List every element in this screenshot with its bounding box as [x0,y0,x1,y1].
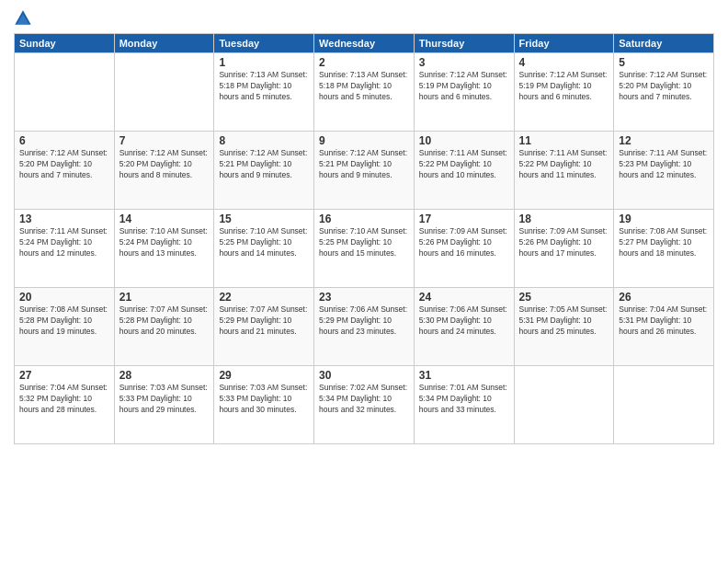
day-cell: 25Sunrise: 7:05 AM Sunset: 5:31 PM Dayli… [514,288,614,366]
day-info: Sunrise: 7:12 AM Sunset: 5:20 PM Dayligh… [619,70,709,103]
day-cell: 6Sunrise: 7:12 AM Sunset: 5:20 PM Daylig… [15,132,115,210]
day-number: 22 [219,291,309,304]
day-info: Sunrise: 7:03 AM Sunset: 5:33 PM Dayligh… [219,383,309,416]
page: SundayMondayTuesdayWednesdayThursdayFrid… [0,0,728,563]
day-cell [614,366,714,444]
day-cell: 15Sunrise: 7:10 AM Sunset: 5:25 PM Dayli… [214,210,314,288]
day-info: Sunrise: 7:11 AM Sunset: 5:24 PM Dayligh… [19,226,109,259]
day-cell [15,53,115,132]
day-info: Sunrise: 7:08 AM Sunset: 5:27 PM Dayligh… [619,226,709,259]
day-number: 12 [619,134,709,147]
day-number: 13 [19,213,109,225]
logo [14,9,35,28]
day-cell: 4Sunrise: 7:12 AM Sunset: 5:19 PM Daylig… [514,53,614,132]
day-info: Sunrise: 7:06 AM Sunset: 5:29 PM Dayligh… [319,304,409,338]
day-number: 11 [519,134,609,147]
day-number: 15 [219,213,309,225]
day-info: Sunrise: 7:05 AM Sunset: 5:31 PM Dayligh… [519,304,609,338]
day-number: 18 [519,213,609,225]
day-info: Sunrise: 7:04 AM Sunset: 5:32 PM Dayligh… [19,383,109,416]
day-number: 4 [519,56,609,69]
day-cell: 13Sunrise: 7:11 AM Sunset: 5:24 PM Dayli… [15,210,115,288]
day-number: 21 [119,291,210,304]
day-number: 2 [319,56,409,69]
week-row-1: 1Sunrise: 7:13 AM Sunset: 5:18 PM Daylig… [15,53,714,132]
day-info: Sunrise: 7:07 AM Sunset: 5:28 PM Dayligh… [119,304,210,338]
day-info: Sunrise: 7:09 AM Sunset: 5:26 PM Dayligh… [419,226,509,259]
day-cell: 29Sunrise: 7:03 AM Sunset: 5:33 PM Dayli… [214,366,314,444]
day-info: Sunrise: 7:12 AM Sunset: 5:19 PM Dayligh… [419,70,509,103]
day-number: 23 [319,291,409,304]
day-info: Sunrise: 7:13 AM Sunset: 5:18 PM Dayligh… [319,70,409,103]
header-day-thursday: Thursday [414,34,514,53]
day-cell: 14Sunrise: 7:10 AM Sunset: 5:24 PM Dayli… [114,210,214,288]
day-info: Sunrise: 7:12 AM Sunset: 5:21 PM Dayligh… [319,148,409,181]
day-cell: 21Sunrise: 7:07 AM Sunset: 5:28 PM Dayli… [114,288,214,366]
day-info: Sunrise: 7:11 AM Sunset: 5:22 PM Dayligh… [519,148,609,181]
day-number: 3 [419,56,509,69]
day-info: Sunrise: 7:04 AM Sunset: 5:31 PM Dayligh… [619,304,709,338]
day-cell: 2Sunrise: 7:13 AM Sunset: 5:18 PM Daylig… [314,53,415,132]
day-number: 16 [319,213,409,225]
day-number: 7 [119,134,210,147]
day-number: 26 [619,291,709,304]
day-number: 9 [319,134,409,147]
day-cell [514,366,614,444]
day-number: 28 [119,369,210,382]
day-number: 6 [19,134,109,147]
day-cell: 26Sunrise: 7:04 AM Sunset: 5:31 PM Dayli… [614,288,714,366]
day-info: Sunrise: 7:07 AM Sunset: 5:29 PM Dayligh… [219,304,309,338]
day-cell: 30Sunrise: 7:02 AM Sunset: 5:34 PM Dayli… [314,366,415,444]
day-info: Sunrise: 7:10 AM Sunset: 5:24 PM Dayligh… [119,226,210,259]
day-cell: 23Sunrise: 7:06 AM Sunset: 5:29 PM Dayli… [314,288,415,366]
header-day-sunday: Sunday [15,34,115,53]
day-cell: 24Sunrise: 7:06 AM Sunset: 5:30 PM Dayli… [414,288,514,366]
calendar-body: 1Sunrise: 7:13 AM Sunset: 5:18 PM Daylig… [15,53,714,444]
header-day-friday: Friday [514,34,614,53]
day-info: Sunrise: 7:03 AM Sunset: 5:33 PM Dayligh… [119,383,210,416]
header-day-wednesday: Wednesday [314,34,415,53]
calendar: SundayMondayTuesdayWednesdayThursdayFrid… [14,33,714,444]
header-day-tuesday: Tuesday [214,34,314,53]
week-row-2: 6Sunrise: 7:12 AM Sunset: 5:20 PM Daylig… [15,132,714,210]
day-cell: 20Sunrise: 7:08 AM Sunset: 5:28 PM Dayli… [15,288,115,366]
week-row-3: 13Sunrise: 7:11 AM Sunset: 5:24 PM Dayli… [15,210,714,288]
day-cell: 1Sunrise: 7:13 AM Sunset: 5:18 PM Daylig… [214,53,314,132]
day-number: 20 [19,291,109,304]
day-number: 31 [419,369,509,382]
day-info: Sunrise: 7:12 AM Sunset: 5:21 PM Dayligh… [219,148,309,181]
day-info: Sunrise: 7:10 AM Sunset: 5:25 PM Dayligh… [219,226,309,259]
day-info: Sunrise: 7:09 AM Sunset: 5:26 PM Dayligh… [519,226,609,259]
day-cell: 28Sunrise: 7:03 AM Sunset: 5:33 PM Dayli… [114,366,214,444]
day-cell: 16Sunrise: 7:10 AM Sunset: 5:25 PM Dayli… [314,210,415,288]
day-cell: 22Sunrise: 7:07 AM Sunset: 5:29 PM Dayli… [214,288,314,366]
header-day-monday: Monday [114,34,214,53]
day-info: Sunrise: 7:10 AM Sunset: 5:25 PM Dayligh… [319,226,409,259]
day-info: Sunrise: 7:12 AM Sunset: 5:19 PM Dayligh… [519,70,609,103]
day-cell: 11Sunrise: 7:11 AM Sunset: 5:22 PM Dayli… [514,132,614,210]
day-info: Sunrise: 7:13 AM Sunset: 5:18 PM Dayligh… [219,70,309,103]
day-number: 19 [619,213,709,225]
day-info: Sunrise: 7:01 AM Sunset: 5:34 PM Dayligh… [419,383,509,416]
day-number: 5 [619,56,709,69]
day-cell [114,53,214,132]
day-info: Sunrise: 7:12 AM Sunset: 5:20 PM Dayligh… [19,148,109,181]
day-info: Sunrise: 7:08 AM Sunset: 5:28 PM Dayligh… [19,304,109,338]
day-cell: 7Sunrise: 7:12 AM Sunset: 5:20 PM Daylig… [114,132,214,210]
day-number: 29 [219,369,309,382]
day-number: 17 [419,213,509,225]
day-cell: 3Sunrise: 7:12 AM Sunset: 5:19 PM Daylig… [414,53,514,132]
day-number: 27 [19,369,109,382]
day-info: Sunrise: 7:06 AM Sunset: 5:30 PM Dayligh… [419,304,509,338]
day-number: 10 [419,134,509,147]
day-cell: 19Sunrise: 7:08 AM Sunset: 5:27 PM Dayli… [614,210,714,288]
week-row-5: 27Sunrise: 7:04 AM Sunset: 5:32 PM Dayli… [15,366,714,444]
day-number: 14 [119,213,210,225]
day-cell: 18Sunrise: 7:09 AM Sunset: 5:26 PM Dayli… [514,210,614,288]
day-cell: 12Sunrise: 7:11 AM Sunset: 5:23 PM Dayli… [614,132,714,210]
day-cell: 27Sunrise: 7:04 AM Sunset: 5:32 PM Dayli… [15,366,115,444]
day-info: Sunrise: 7:12 AM Sunset: 5:20 PM Dayligh… [119,148,210,181]
day-cell: 8Sunrise: 7:12 AM Sunset: 5:21 PM Daylig… [214,132,314,210]
day-number: 8 [219,134,309,147]
day-cell: 9Sunrise: 7:12 AM Sunset: 5:21 PM Daylig… [314,132,415,210]
